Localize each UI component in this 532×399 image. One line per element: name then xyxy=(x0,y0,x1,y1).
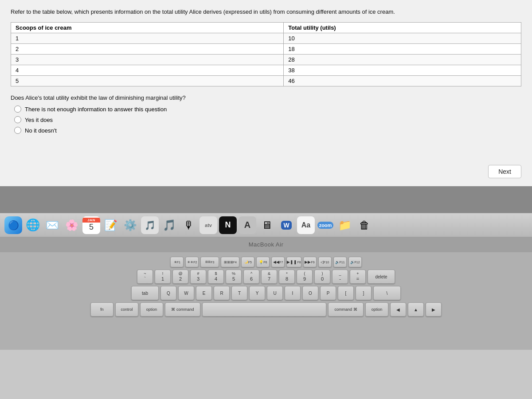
key-q[interactable]: Q xyxy=(160,286,176,300)
key-5[interactable]: %5 xyxy=(226,270,242,284)
number-key-row: ~` !1 @2 #3 $4 %5 ^6 &7 *8 (9 )0 _- += d… xyxy=(137,270,395,284)
dock-chrome[interactable]: 🌐 xyxy=(24,216,42,234)
dock-notes[interactable]: 📝 xyxy=(102,216,120,234)
key-cmd-left[interactable]: ⌘ command xyxy=(165,302,200,317)
next-button[interactable]: Next xyxy=(488,165,521,178)
zoom-icon: zoom xyxy=(317,222,334,229)
radio-item-2[interactable]: Yes it does xyxy=(14,116,521,123)
key-f12[interactable]: 🔊F12 xyxy=(348,257,362,267)
key-e[interactable]: E xyxy=(196,286,212,300)
key-1[interactable]: !1 xyxy=(155,270,171,284)
key-minus[interactable]: _- xyxy=(332,270,348,284)
table-row: 218 xyxy=(11,44,521,55)
dock-photos[interactable]: 🌸 xyxy=(63,216,81,234)
scoops-cell: 5 xyxy=(11,76,284,86)
data-table: Scoops of ice cream Total utility (utils… xyxy=(11,22,521,86)
key-cmd-right[interactable]: command ⌘ xyxy=(328,302,364,317)
fn-key-row: ☀F1 ☀☀F2 ⊞⊞F3 ⊞⊞⊞F4 🌙F5 💡F6 ◀◀F7 ▶❚❚F8 ▶… xyxy=(170,257,361,267)
key-i[interactable]: I xyxy=(285,286,301,300)
key-f3[interactable]: ⊞⊞F3 xyxy=(200,257,219,267)
key-r[interactable]: R xyxy=(214,286,230,300)
dock-tv[interactable]: atv xyxy=(200,216,217,234)
utility-cell: 28 xyxy=(284,55,521,65)
dock-word[interactable]: W xyxy=(278,216,295,234)
key-f8[interactable]: ▶❚❚F8 xyxy=(286,257,301,267)
radio-circle xyxy=(14,116,21,123)
table-row: 546 xyxy=(11,76,521,86)
key-f2[interactable]: ☀☀F2 xyxy=(185,257,199,267)
key-ctrl[interactable]: control xyxy=(115,302,138,317)
key-3[interactable]: #3 xyxy=(190,270,206,284)
calendar-month: JAN xyxy=(82,218,100,223)
dock-zoom[interactable]: zoom xyxy=(317,216,334,234)
dock-fontbook[interactable]: Aa xyxy=(297,216,315,234)
key-f1[interactable]: ☀F1 xyxy=(170,257,184,267)
key-u[interactable]: U xyxy=(267,286,283,300)
key-fn[interactable]: fn xyxy=(90,302,113,317)
key-backslash[interactable]: \ xyxy=(373,286,401,300)
key-f6[interactable]: 💡F6 xyxy=(256,257,270,267)
key-p[interactable]: P xyxy=(320,286,336,300)
key-option-right[interactable]: option xyxy=(365,302,388,317)
key-left[interactable]: ◀ xyxy=(390,302,406,317)
utility-cell: 38 xyxy=(284,65,521,76)
dock-finder2[interactable]: 📁 xyxy=(336,216,354,234)
key-equals[interactable]: += xyxy=(350,270,366,284)
sub-question: Does Alice's total utility exhibit the l… xyxy=(11,94,521,101)
dock-trash[interactable]: 🗑 xyxy=(356,216,373,234)
dock-screensaver[interactable]: 🖥 xyxy=(258,216,276,234)
main-content: Refer to the table below, which presents… xyxy=(0,0,532,186)
scoops-cell: 3 xyxy=(11,55,284,65)
dock-music[interactable]: 🎵 xyxy=(160,216,178,234)
key-t[interactable]: T xyxy=(231,286,247,300)
keyboard-area: ☀F1 ☀☀F2 ⊞⊞F3 ⊞⊞⊞F4 🌙F5 💡F6 ◀◀F7 ▶❚❚F8 ▶… xyxy=(0,252,532,350)
key-f9[interactable]: ▶▶F9 xyxy=(303,257,317,267)
qwerty-row: tab Q W E R T Y U I O P [ ] \ xyxy=(131,286,401,300)
bottom-key-row: fn control option ⌘ command command ⌘ op… xyxy=(90,302,442,317)
key-2[interactable]: @2 xyxy=(172,270,188,284)
radio-circle xyxy=(14,106,21,113)
key-8[interactable]: *8 xyxy=(279,270,295,284)
dock-notch[interactable]: N xyxy=(219,216,237,234)
key-6[interactable]: ^6 xyxy=(243,270,259,284)
table-row: 438 xyxy=(11,65,521,76)
radio-circle xyxy=(14,127,21,134)
dock-app1[interactable]: 🎵 xyxy=(141,216,159,234)
key-f10[interactable]: ◁F10 xyxy=(318,257,332,267)
key-f7[interactable]: ◀◀F7 xyxy=(271,257,285,267)
scoops-cell: 1 xyxy=(11,33,284,44)
key-f5[interactable]: 🌙F5 xyxy=(241,257,254,267)
key-9[interactable]: (9 xyxy=(297,270,313,284)
dock-calendar[interactable]: JAN 5 xyxy=(82,216,100,234)
key-up[interactable]: ▲ xyxy=(408,302,424,317)
gray-area xyxy=(0,186,532,213)
col2-header: Total utility (utils) xyxy=(284,23,521,33)
key-delete[interactable]: delete xyxy=(368,270,395,284)
key-space[interactable] xyxy=(202,302,326,317)
dock-sysprefs[interactable]: ⚙️ xyxy=(121,216,139,234)
dock-dict[interactable]: A xyxy=(239,216,256,234)
key-y[interactable]: Y xyxy=(249,286,265,300)
radio-item-1[interactable]: There is not enough information to answe… xyxy=(14,106,521,113)
key-o[interactable]: O xyxy=(302,286,318,300)
key-7[interactable]: &7 xyxy=(261,270,277,284)
key-w[interactable]: W xyxy=(178,286,194,300)
key-right[interactable]: ▶ xyxy=(426,302,442,317)
word-icon: W xyxy=(281,221,291,230)
key-tab[interactable]: tab xyxy=(131,286,159,300)
question-text: Refer to the table below, which presents… xyxy=(11,8,521,16)
key-f11[interactable]: 🔈F11 xyxy=(333,257,347,267)
key-option[interactable]: option xyxy=(140,302,163,317)
key-f4[interactable]: ⊞⊞⊞F4 xyxy=(221,257,239,267)
radio-item-3[interactable]: No it doesn't xyxy=(14,127,521,134)
key-lbracket[interactable]: [ xyxy=(338,286,354,300)
key-rbracket[interactable]: ] xyxy=(356,286,372,300)
dock-mail[interactable]: ✉️ xyxy=(43,216,61,234)
key-tilde[interactable]: ~` xyxy=(137,270,153,284)
key-0[interactable]: )0 xyxy=(314,270,330,284)
key-4[interactable]: $4 xyxy=(208,270,224,284)
dock-finder[interactable]: 🔵 xyxy=(4,216,22,234)
dock-podcasts[interactable]: 🎙 xyxy=(180,216,198,234)
atv-label: atv xyxy=(205,223,212,228)
radio-label: No it doesn't xyxy=(25,127,57,134)
